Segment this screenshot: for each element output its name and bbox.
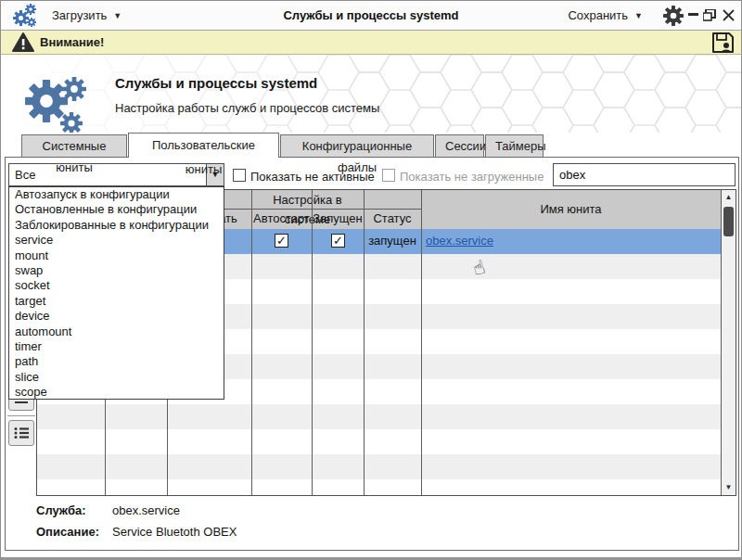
service-value: obex.service (112, 503, 180, 517)
chevron-down-icon: ▼ (634, 11, 643, 20)
column-divider (312, 190, 313, 495)
description-value: Service Bluetoth OBEX (112, 525, 237, 539)
titlebar: Загрузить ▼ Службы и процессы systemd Со… (1, 1, 741, 31)
unit-filter-value: Все (15, 164, 35, 185)
group-header-system: Настройка в системе (251, 190, 364, 209)
column-header-status[interactable]: Статус (364, 209, 421, 229)
logo-gears-icon (25, 77, 86, 133)
scroll-down-button[interactable]: ▼ (722, 480, 736, 495)
tab-sessions[interactable]: Сессии (435, 134, 484, 157)
search-input[interactable] (553, 163, 736, 186)
hexagon-pattern (2, 55, 741, 133)
dropdown-option[interactable]: target (9, 294, 224, 309)
dropdown-option[interactable]: slice (9, 370, 224, 385)
dropdown-option[interactable]: timer (9, 339, 224, 354)
dropdown-option[interactable]: service (9, 233, 224, 248)
warning-bar: Внимание! (1, 31, 741, 55)
unit-filter-dropdown: Автозапуск в конфигурации Остановленные … (8, 186, 224, 400)
scroll-up-button[interactable]: ▲ (722, 190, 736, 205)
column-header-unit-name[interactable]: Имя юнита (421, 190, 721, 229)
list-view-button[interactable] (8, 420, 34, 446)
dropdown-option[interactable]: automount (9, 325, 224, 339)
dropdown-option[interactable]: path (9, 354, 224, 369)
sidebar-separator (7, 415, 35, 416)
dropdown-option[interactable]: scope (9, 385, 224, 400)
service-label: Служба: (36, 503, 86, 517)
warning-icon (12, 32, 34, 53)
dropdown-option[interactable]: Остановленные в конфигурации (9, 202, 224, 217)
settings-gear-icon[interactable] (663, 6, 684, 26)
maximize-button[interactable] (702, 7, 717, 22)
save-button[interactable]: Сохранить ▼ (568, 1, 643, 30)
banner: Службы и процессы systemd Настройка рабо… (2, 55, 741, 133)
save-button-label: Сохранить (568, 8, 628, 22)
scrollbar-thumb[interactable] (723, 207, 734, 236)
save-report-icon[interactable] (711, 32, 735, 54)
show-unloaded-label: Показать не загруженные (400, 170, 544, 184)
dropdown-option[interactable]: socket (9, 278, 224, 293)
show-inactive-checkbox[interactable] (233, 169, 246, 182)
unit-name-link[interactable]: obex.service (426, 234, 493, 248)
minimize-button[interactable] (685, 7, 700, 22)
warning-text: Внимание! (40, 31, 104, 54)
description-label: Описание: (36, 525, 99, 539)
autostart-checkbox[interactable]: ✓ (275, 234, 288, 248)
running-checkbox[interactable]: ✓ (331, 234, 345, 248)
close-button[interactable] (721, 7, 736, 22)
tab-system-units[interactable]: Системные юниты (21, 134, 127, 157)
show-unloaded-checkbox[interactable] (382, 169, 395, 182)
tab-timers[interactable]: Таймеры (485, 134, 544, 157)
tab-config-files[interactable]: Конфигурационные файлы (280, 134, 434, 157)
banner-title: Службы и процессы systemd (115, 75, 317, 91)
column-header-autostart[interactable]: Автостарт (251, 209, 312, 229)
dropdown-option[interactable]: mount (9, 248, 224, 263)
tab-content-panel: Все ▼ Показать не активные Показать не з… (5, 157, 739, 551)
column-divider (364, 190, 365, 495)
list-icon (14, 426, 30, 439)
vertical-scrollbar[interactable]: ▲ ▼ (721, 190, 736, 495)
dropdown-option[interactable]: Заблокированные в конфигурации (9, 218, 224, 233)
column-divider (421, 190, 422, 495)
app-window: Загрузить ▼ Службы и процессы systemd Со… (0, 0, 742, 560)
column-header-running[interactable]: Запущен (312, 209, 364, 229)
dropdown-option[interactable]: device (9, 309, 224, 324)
tab-user-units[interactable]: Пользовательские юниты (128, 133, 279, 158)
banner-subtitle: Настройка работы служб и процессов систе… (115, 101, 379, 115)
dropdown-option[interactable]: Автозапуск в конфигурации (9, 187, 224, 202)
column-divider (251, 190, 252, 495)
dropdown-option[interactable]: swap (9, 263, 224, 278)
status-cell: запущен (364, 234, 421, 248)
